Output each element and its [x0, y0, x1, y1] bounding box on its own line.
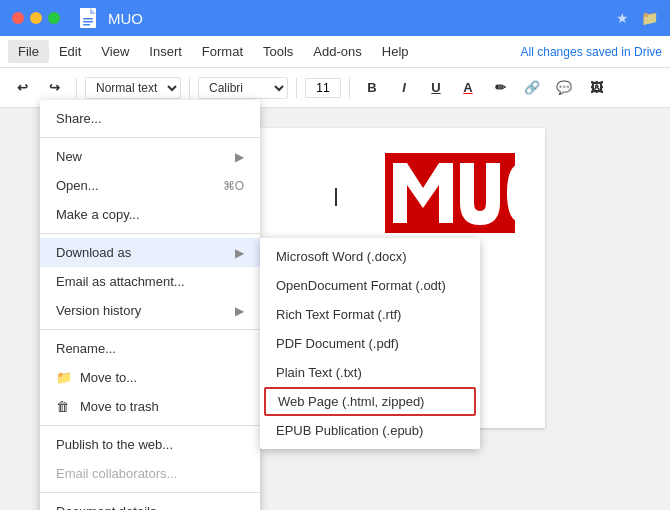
menu-trash[interactable]: 🗑 Move to trash — [40, 392, 260, 421]
separator-1 — [40, 137, 260, 138]
separator-5 — [40, 492, 260, 493]
menu-email-collaborators: Email collaborators... — [40, 459, 260, 488]
menu-file[interactable]: File — [8, 40, 49, 63]
docs-icon — [76, 6, 100, 30]
menu-view[interactable]: View — [91, 40, 139, 63]
text-style-select[interactable]: Normal text — [85, 77, 181, 99]
trash-menu-icon: 🗑 — [56, 399, 72, 414]
download-rtf[interactable]: Rich Text Format (.rtf) — [260, 300, 480, 329]
download-submenu: Microsoft Word (.docx) OpenDocument Form… — [260, 238, 480, 449]
menu-insert[interactable]: Insert — [139, 40, 192, 63]
menu-rename[interactable]: Rename... — [40, 334, 260, 363]
svg-rect-1 — [80, 8, 90, 18]
link-button[interactable]: 🔗 — [518, 74, 546, 102]
separator-4 — [40, 425, 260, 426]
menu-addons[interactable]: Add-ons — [303, 40, 371, 63]
download-odt[interactable]: OpenDocument Format (.odt) — [260, 271, 480, 300]
redo-button[interactable]: ↪ — [40, 74, 68, 102]
menu-bar: File Edit View Insert Format Tools Add-o… — [0, 36, 670, 68]
italic-button[interactable]: I — [390, 74, 418, 102]
toolbar-divider-1 — [76, 78, 77, 98]
download-docx[interactable]: Microsoft Word (.docx) — [260, 242, 480, 271]
menu-tools[interactable]: Tools — [253, 40, 303, 63]
window-maximize-button[interactable] — [48, 12, 60, 24]
menu-publish[interactable]: Publish to the web... — [40, 430, 260, 459]
separator-3 — [40, 329, 260, 330]
document-title: MUO — [108, 10, 608, 27]
menu-format[interactable]: Format — [192, 40, 253, 63]
bold-button[interactable]: B — [358, 74, 386, 102]
download-arrow: ▶ — [235, 246, 244, 260]
menu-new[interactable]: New ▶ — [40, 142, 260, 171]
new-arrow: ▶ — [235, 150, 244, 164]
underline-button[interactable]: U — [422, 74, 450, 102]
font-select[interactable]: Calibri — [198, 77, 288, 99]
comment-button[interactable]: 💬 — [550, 74, 578, 102]
menu-move-to[interactable]: 📁 Move to... — [40, 363, 260, 392]
image-button[interactable]: 🖼 — [582, 74, 610, 102]
muo-logo — [385, 148, 515, 242]
menu-version-history[interactable]: Version history ▶ — [40, 296, 260, 325]
menu-email-attachment[interactable]: Email as attachment... — [40, 267, 260, 296]
svg-rect-3 — [83, 21, 93, 23]
download-txt[interactable]: Plain Text (.txt) — [260, 358, 480, 387]
menu-open[interactable]: Open... ⌘O — [40, 171, 260, 200]
menu-make-copy[interactable]: Make a copy... — [40, 200, 260, 229]
separator-2 — [40, 233, 260, 234]
save-status: All changes saved in Drive — [521, 45, 662, 59]
toolbar-divider-2 — [189, 78, 190, 98]
svg-rect-2 — [83, 18, 93, 20]
menu-download-as[interactable]: Download as ▶ Microsoft Word (.docx) Ope… — [40, 238, 260, 267]
folder-icon[interactable]: 📁 — [641, 10, 658, 26]
toolbar-divider-3 — [296, 78, 297, 98]
star-icon[interactable]: ★ — [616, 10, 629, 26]
menu-share[interactable]: Share... — [40, 104, 260, 133]
toolbar-divider-4 — [349, 78, 350, 98]
window-close-button[interactable] — [12, 12, 24, 24]
window-minimize-button[interactable] — [30, 12, 42, 24]
highlight-button[interactable]: ✏ — [486, 74, 514, 102]
version-arrow: ▶ — [235, 304, 244, 318]
title-bar: MUO ★ 📁 — [0, 0, 670, 36]
menu-help[interactable]: Help — [372, 40, 419, 63]
menu-doc-details[interactable]: Document details... — [40, 497, 260, 510]
undo-button[interactable]: ↩ — [8, 74, 36, 102]
text-cursor — [335, 188, 337, 206]
download-html[interactable]: Web Page (.html, zipped) — [264, 387, 476, 416]
file-menu-dropdown: Share... New ▶ Open... ⌘O Make a copy...… — [40, 100, 260, 510]
svg-rect-4 — [83, 24, 90, 26]
text-color-button[interactable]: A — [454, 74, 482, 102]
download-epub[interactable]: EPUB Publication (.epub) — [260, 416, 480, 445]
folder-menu-icon: 📁 — [56, 370, 72, 385]
font-size-input[interactable] — [305, 78, 341, 98]
download-pdf[interactable]: PDF Document (.pdf) — [260, 329, 480, 358]
menu-edit[interactable]: Edit — [49, 40, 91, 63]
